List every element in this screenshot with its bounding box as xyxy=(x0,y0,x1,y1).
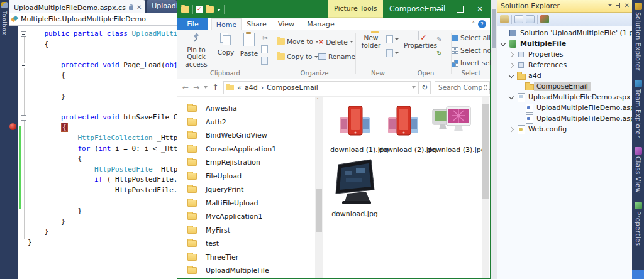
scrollbar-thumb[interactable] xyxy=(492,9,496,48)
nav-folder[interactable]: MaltiFileUpload xyxy=(177,197,315,211)
chevron-right-icon[interactable] xyxy=(508,51,515,58)
new-item-button[interactable] xyxy=(386,35,399,43)
scrollbar-thumb[interactable] xyxy=(316,189,322,232)
minimize-button[interactable]: — xyxy=(430,0,450,18)
navigation-pane[interactable]: AnweshaAuth2BindWebGridViewConsoleApplic… xyxy=(177,97,315,279)
nav-folder[interactable]: ConsoleApplication1 xyxy=(177,143,315,156)
tree-item[interactable]: References xyxy=(497,60,632,70)
toolbox-tab[interactable]: Toolbox xyxy=(0,1,9,35)
forward-icon[interactable]: → xyxy=(193,83,199,92)
tab-home[interactable]: Home xyxy=(211,18,242,31)
up-icon[interactable]: ↑ xyxy=(212,83,218,92)
scrollbar-thumb[interactable] xyxy=(482,104,489,199)
maximize-button[interactable] xyxy=(450,0,470,18)
tab-inactive-document[interactable]: UploadMultipleFileDemo xyxy=(147,0,177,13)
file-item[interactable]: download (1).jpg xyxy=(330,103,379,154)
class-navigator-dropdown[interactable]: MultipleFile.UploadMultipleFileDemo xyxy=(9,13,177,26)
chevron-right-icon[interactable] xyxy=(508,126,515,133)
refresh-icon[interactable] xyxy=(526,15,535,23)
chevron-down-icon[interactable] xyxy=(508,94,515,101)
copy-to-button[interactable]: Copy to xyxy=(277,53,318,60)
chevron-down-icon[interactable] xyxy=(500,40,507,47)
nav-folder[interactable]: MyFirst xyxy=(177,224,315,238)
address-dropdown-chevron-icon[interactable] xyxy=(412,86,416,89)
nav-folder[interactable]: FileUpload xyxy=(177,170,315,183)
back-icon[interactable]: ← xyxy=(182,83,189,92)
easy-access-button[interactable] xyxy=(386,49,399,57)
close-button[interactable]: ✕ xyxy=(470,0,490,18)
properties-icon[interactable] xyxy=(196,6,203,13)
tab-file[interactable]: File xyxy=(177,18,208,30)
side-tab-class-view[interactable]: Class View xyxy=(632,147,644,193)
folder-icon[interactable] xyxy=(181,6,189,13)
file-list-scrollbar[interactable] xyxy=(482,97,489,278)
edit-button[interactable]: ✎ xyxy=(435,35,443,43)
tab-manage[interactable]: Manage xyxy=(303,18,338,30)
nav-folder[interactable]: UploadMultipleFile xyxy=(177,264,315,278)
copy-button[interactable]: Copy xyxy=(215,33,236,56)
navigation-scrollbar[interactable]: ˄ xyxy=(315,97,323,278)
side-tab-properties[interactable]: Properties xyxy=(632,202,644,246)
tree-item[interactable]: Properties xyxy=(497,49,632,60)
auto-hide-pin-icon[interactable] xyxy=(616,3,621,8)
breadcrumb-current[interactable]: ComposeEmail xyxy=(267,84,318,92)
cut-button[interactable]: ✂ xyxy=(261,34,269,42)
tree-item[interactable]: a4d xyxy=(497,70,632,81)
address-input[interactable]: « a4d › ComposeEmail xyxy=(223,81,419,94)
tree-item[interactable]: ComposeEmail xyxy=(497,81,632,92)
paste-button[interactable]: Paste xyxy=(238,33,260,57)
tree-item[interactable]: Web.config xyxy=(497,124,632,134)
tree-item[interactable]: MultipleFile xyxy=(497,38,632,49)
tree-item[interactable]: Solution 'UploadMultipleFile' (1 project… xyxy=(497,28,632,38)
nav-folder[interactable]: Auth2 xyxy=(177,116,315,129)
pin-to-quick-access-button[interactable]: Pin to Quick access xyxy=(180,33,213,68)
tab-view[interactable]: View xyxy=(273,18,299,30)
window-position-chevron-icon[interactable] xyxy=(608,4,612,6)
side-tab-solution-explorer[interactable]: Solution Explorer xyxy=(632,3,644,71)
customize-qat-chevron-icon[interactable] xyxy=(217,9,221,11)
history-button[interactable]: ↻ xyxy=(435,49,443,57)
paste-shortcut-button[interactable] xyxy=(261,57,268,65)
show-all-files-icon[interactable] xyxy=(514,15,523,23)
collapse-region-icon[interactable] xyxy=(21,31,26,37)
close-tab-icon[interactable]: ✕ xyxy=(136,4,142,11)
tab-active-document[interactable]: UploadMultipleFileDemo.aspx.cs ✕ xyxy=(9,0,145,13)
refresh-button[interactable]: ↻ xyxy=(419,81,431,94)
select-all-button[interactable]: Select all xyxy=(452,34,491,41)
tab-share[interactable]: Share xyxy=(242,18,271,30)
copy-path-button[interactable] xyxy=(261,45,268,53)
picture-tools-contextual-tab[interactable]: Picture Tools xyxy=(328,0,383,18)
rename-button[interactable]: Rename xyxy=(318,53,355,60)
delete-button[interactable]: × Delete xyxy=(318,38,353,46)
file-item[interactable]: download.jpg xyxy=(330,157,379,218)
side-tab-team-explorer[interactable]: Team Explorer xyxy=(632,80,644,138)
move-to-button[interactable]: Move to xyxy=(277,38,319,45)
new-folder-button[interactable]: New folder xyxy=(358,33,384,49)
solution-explorer-header[interactable]: Solution Explorer ✕ xyxy=(497,0,632,13)
nav-folder[interactable]: test xyxy=(177,237,315,251)
nav-folder[interactable]: Anwesha xyxy=(177,102,315,116)
scroll-up-icon[interactable]: ˄ xyxy=(316,98,319,104)
editor-scrollbar[interactable] xyxy=(491,0,497,279)
search-input[interactable] xyxy=(437,83,484,92)
breadcrumb-segment[interactable]: a4d xyxy=(245,84,258,92)
tree-item[interactable]: UploadMultipleFileDemo.aspx.designer xyxy=(497,113,632,124)
chevron-right-icon[interactable] xyxy=(508,62,515,68)
properties-button[interactable]: Properties xyxy=(404,33,433,57)
nav-folder[interactable]: JqueryPrint xyxy=(177,183,315,197)
recent-locations-chevron-icon[interactable] xyxy=(204,86,208,89)
properties-page-icon[interactable] xyxy=(500,15,509,23)
nav-folder[interactable]: EmpRejistration xyxy=(177,156,315,170)
tree-item[interactable]: UploadMultipleFileDemo.aspx xyxy=(497,92,632,102)
nav-folder[interactable]: ThreeTier xyxy=(177,251,315,265)
close-icon[interactable]: ✕ xyxy=(625,2,630,9)
help-icon[interactable] xyxy=(478,20,486,28)
nav-folder[interactable]: MvcApplication1 xyxy=(177,210,315,224)
breadcrumb-overflow[interactable]: « xyxy=(237,84,242,92)
nav-folder[interactable]: BindWebGridView xyxy=(177,129,315,143)
minimize-ribbon-icon[interactable]: ˄ xyxy=(472,21,475,27)
tree-item[interactable]: UploadMultipleFileDemo.aspx.cs xyxy=(497,102,632,113)
search-box[interactable] xyxy=(435,81,490,94)
explorer-titlebar[interactable]: Picture Tools ComposeEmail — ✕ xyxy=(177,0,490,18)
view-designer-icon[interactable] xyxy=(540,15,549,23)
